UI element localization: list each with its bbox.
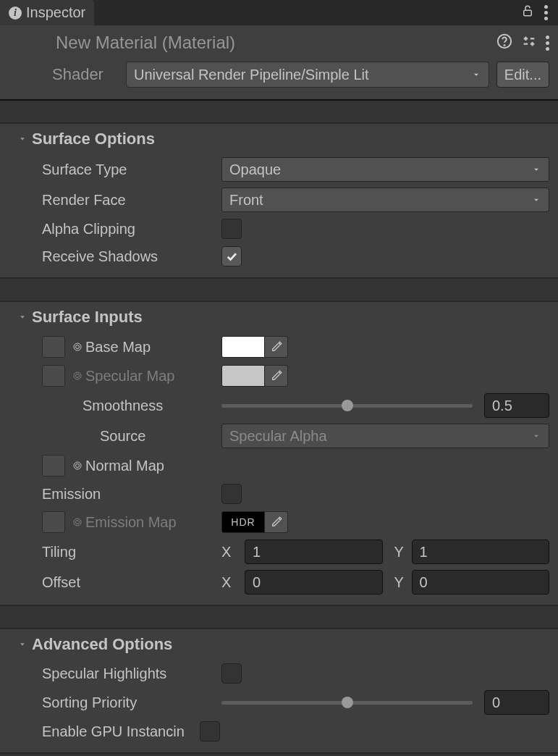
info-icon: i: [9, 7, 22, 20]
texture-picker-icon[interactable]: [72, 342, 83, 352]
lock-icon[interactable]: [521, 4, 534, 21]
foldout-open-icon: [17, 134, 28, 144]
smoothness-label: Smoothness: [42, 398, 221, 414]
surface-inputs-section: Surface Inputs Base Map Specular Map: [0, 302, 558, 605]
offset-y-label: Y: [389, 574, 406, 591]
receive-shadows-label: Receive Shadows: [42, 248, 221, 265]
receive-shadows-checkbox[interactable]: [221, 246, 242, 266]
specular-map-texture-slot[interactable]: [42, 365, 65, 387]
check-icon: [225, 250, 238, 263]
gpu-instancing-checkbox[interactable]: [200, 721, 220, 742]
smoothness-source-row: Source Specular Alpha: [0, 421, 558, 451]
gpu-instancing-row: Enable GPU Instancin: [0, 718, 558, 745]
tiling-row: Tiling X 1 Y 1: [0, 537, 558, 567]
sorting-priority-slider[interactable]: [221, 701, 473, 705]
emission-map-row: Emission Map HDR: [0, 508, 558, 537]
texture-picker-icon[interactable]: [72, 517, 83, 527]
smoothness-source-label: Source: [42, 428, 221, 445]
normal-map-label: Normal Map: [85, 458, 164, 474]
alpha-clipping-checkbox[interactable]: [221, 219, 242, 239]
specular-map-color[interactable]: [221, 365, 265, 387]
tab-bar: i Inspector: [0, 0, 558, 25]
eyedropper-button[interactable]: [265, 365, 288, 387]
offset-label: Offset: [42, 574, 221, 591]
base-map-label: Base Map: [85, 339, 151, 356]
inspector-tab[interactable]: i Inspector: [0, 0, 94, 25]
offset-x-label: X: [221, 574, 239, 591]
surface-type-dropdown[interactable]: Opaque: [221, 157, 549, 182]
shader-value: Universal Render Pipeline/Simple Lit: [134, 67, 369, 83]
sorting-priority-row: Sorting Priority 0: [0, 687, 558, 718]
kebab-icon[interactable]: [546, 35, 549, 51]
surface-type-row: Surface Type Opaque: [0, 154, 558, 185]
tiling-y-input[interactable]: 1: [412, 539, 550, 564]
emission-map-label: Emission Map: [85, 514, 177, 531]
smoothness-source-dropdown[interactable]: Specular Alpha: [221, 424, 549, 448]
tiling-x-input[interactable]: 1: [245, 539, 383, 564]
foldout-open-icon: [17, 639, 28, 650]
eyedropper-button[interactable]: [265, 336, 288, 358]
specular-highlights-checkbox[interactable]: [221, 663, 242, 684]
surface-type-label: Surface Type: [42, 161, 221, 178]
base-map-color[interactable]: [221, 336, 265, 358]
chevron-down-icon: [531, 164, 541, 175]
svg-point-16: [74, 518, 81, 526]
surface-options-header[interactable]: Surface Options: [0, 124, 558, 154]
offset-y-input[interactable]: 0: [412, 570, 550, 595]
sorting-priority-value[interactable]: 0: [484, 690, 549, 715]
smoothness-row: Smoothness 0.5: [0, 390, 558, 421]
texture-picker-icon[interactable]: [72, 371, 83, 381]
smoothness-slider[interactable]: [221, 404, 473, 408]
normal-map-row: Normal Map: [0, 451, 558, 480]
tiling-x-label: X: [221, 544, 239, 560]
advanced-options-header[interactable]: Advanced Options: [0, 629, 558, 660]
smoothness-value[interactable]: 0.5: [484, 393, 549, 418]
tiling-y-label: Y: [389, 544, 406, 560]
material-title: New Material (Material): [56, 33, 235, 53]
chevron-down-icon: [531, 195, 541, 205]
emission-checkbox[interactable]: [221, 484, 242, 504]
specular-map-row: Specular Map: [0, 361, 558, 390]
specular-highlights-row: Specular Highlights: [0, 660, 558, 687]
offset-x-input[interactable]: 0: [245, 570, 383, 595]
svg-rect-0: [524, 10, 532, 16]
svg-point-14: [74, 462, 81, 469]
shader-label: Shader: [52, 65, 119, 84]
specular-map-label: Specular Map: [85, 368, 174, 385]
advanced-options-section: Advanced Options Specular Highlights Sor…: [0, 629, 558, 752]
chevron-down-icon: [531, 431, 541, 441]
texture-picker-icon[interactable]: [72, 461, 83, 471]
svg-point-10: [74, 343, 81, 350]
tab-title: Inspector: [26, 4, 85, 21]
gpu-instancing-label: Enable GPU Instancin: [42, 723, 200, 740]
surface-inputs-header[interactable]: Surface Inputs: [0, 302, 558, 332]
chevron-down-icon: [471, 70, 481, 80]
alpha-clipping-label: Alpha Clipping: [42, 221, 221, 238]
help-icon[interactable]: [496, 33, 512, 53]
material-header: New Material (Material) Shader Universal…: [0, 25, 558, 99]
svg-point-11: [76, 374, 80, 378]
eyedropper-icon: [270, 516, 283, 529]
kebab-icon[interactable]: [544, 5, 548, 20]
svg-point-15: [76, 521, 80, 524]
normal-map-texture-slot[interactable]: [42, 455, 65, 476]
edit-button[interactable]: Edit...: [496, 62, 549, 88]
receive-shadows-row: Receive Shadows: [0, 243, 558, 270]
offset-row: Offset X 0 Y 0: [0, 567, 558, 597]
preset-icon[interactable]: [521, 33, 537, 53]
alpha-clipping-row: Alpha Clipping: [0, 215, 558, 243]
foldout-open-icon: [17, 312, 28, 322]
eyedropper-button[interactable]: [265, 511, 288, 533]
render-face-label: Render Face: [42, 192, 221, 209]
emission-map-color[interactable]: HDR: [221, 511, 265, 533]
surface-options-section: Surface Options Surface Type Opaque Rend…: [0, 124, 558, 277]
eyedropper-icon: [270, 340, 283, 353]
base-map-texture-slot[interactable]: [42, 336, 65, 358]
shader-dropdown[interactable]: Universal Render Pipeline/Simple Lit: [126, 62, 489, 88]
render-face-row: Render Face Front: [0, 185, 558, 215]
render-face-dropdown[interactable]: Front: [221, 188, 549, 212]
emission-map-texture-slot[interactable]: [42, 511, 65, 533]
sorting-priority-label: Sorting Priority: [42, 694, 221, 711]
svg-point-13: [76, 464, 80, 468]
emission-label: Emission: [42, 486, 221, 503]
